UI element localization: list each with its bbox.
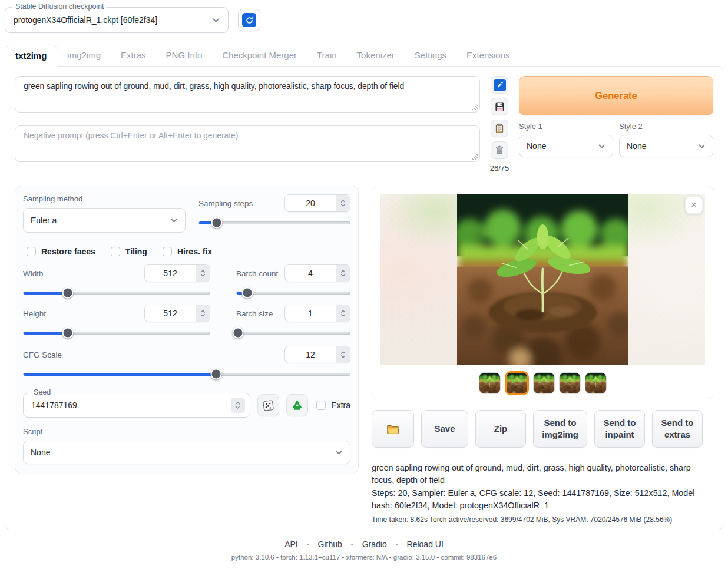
send-to-inpaint-button[interactable]: Send to inpaint	[594, 410, 645, 448]
slider-thumb[interactable]	[62, 327, 74, 339]
cfg-scale-input[interactable]: 12	[284, 346, 350, 363]
slider-thumb[interactable]	[242, 287, 253, 299]
width-input[interactable]: 512	[144, 264, 210, 282]
read-generation-params-button[interactable]	[491, 76, 508, 94]
prompt-column: green sapling rowing out of ground, mud,…	[15, 76, 480, 173]
cfg-scale-slider[interactable]	[23, 369, 350, 380]
generation-info: green sapling rowing out of ground, mud,…	[372, 462, 713, 530]
thumbnail-4[interactable]	[559, 372, 581, 394]
seed-input[interactable]: Seed 1441787169	[23, 393, 250, 418]
trash-icon	[494, 145, 505, 156]
resize-grip-icon[interactable]	[471, 104, 478, 110]
tab-settings[interactable]: Settings	[405, 45, 456, 66]
footer-link-gradio[interactable]: Gradio	[362, 540, 387, 549]
tab-img2img[interactable]: img2img	[57, 45, 111, 66]
reuse-seed-button[interactable]	[286, 394, 308, 416]
sampling-method-dropdown[interactable]: Euler a	[23, 208, 186, 233]
apply-style-button[interactable]	[491, 120, 508, 137]
thumbnail-5[interactable]	[585, 372, 607, 394]
style2-dropdown[interactable]: None	[619, 135, 713, 157]
height-label: Height	[23, 309, 46, 318]
checkpoint-label: Stable Diffusion checkpoint	[12, 2, 107, 11]
width-slider[interactable]	[23, 287, 210, 299]
prompt-input[interactable]: green sapling rowing out of ground, mud,…	[24, 82, 471, 107]
footer-link-github[interactable]: Github	[318, 540, 342, 549]
open-output-folder-button[interactable]	[372, 410, 414, 448]
tiling-checkbox[interactable]: Tiling	[111, 247, 147, 256]
tab-train[interactable]: Train	[307, 45, 347, 66]
slider-thumb[interactable]	[211, 217, 222, 229]
cfg-scale-label: CFG Scale	[23, 350, 62, 359]
batch-count-input[interactable]: 4	[284, 264, 350, 282]
checkbox-icon	[111, 247, 120, 256]
clipboard-icon	[494, 123, 505, 134]
batch-size-slider[interactable]	[236, 327, 350, 339]
slider-thumb[interactable]	[211, 369, 222, 380]
height-input[interactable]: 512	[144, 305, 210, 322]
tab-txt2img[interactable]: txt2img	[5, 45, 57, 67]
refresh-icon	[242, 13, 256, 27]
tab-checkpoint-merger[interactable]: Checkpoint Merger	[212, 45, 307, 66]
batch-size-input[interactable]: 1	[284, 305, 350, 322]
sampling-steps-input[interactable]: 20	[284, 194, 350, 212]
thumbnail-2-selected[interactable]	[505, 371, 529, 395]
spinner-icon[interactable]	[196, 265, 210, 282]
spinner-icon[interactable]	[336, 195, 350, 211]
style1-value: None	[527, 141, 546, 151]
gallery-backdrop-right	[628, 194, 706, 365]
thumbnail-strip	[380, 371, 705, 395]
hires-fix-checkbox[interactable]: Hires. fix	[163, 247, 212, 256]
recycle-icon	[291, 399, 303, 412]
batch-count-slider[interactable]	[236, 287, 350, 299]
clear-prompt-button[interactable]	[491, 141, 508, 159]
seed-label: Seed	[31, 388, 54, 396]
height-slider[interactable]	[23, 327, 210, 339]
negative-prompt-input[interactable]	[24, 131, 471, 156]
footer-link-api[interactable]: API	[284, 540, 298, 549]
thumbnail-3[interactable]	[533, 372, 555, 394]
generated-image[interactable]	[457, 194, 628, 365]
generate-button[interactable]: Generate	[519, 76, 713, 115]
slider-thumb[interactable]	[232, 327, 243, 339]
thumbnail-1[interactable]	[479, 372, 501, 394]
zip-button[interactable]: Zip	[475, 410, 526, 448]
pen-icon	[494, 79, 506, 91]
checkpoint-dropdown[interactable]: Stable Diffusion checkpoint protogenX34O…	[5, 7, 229, 33]
checkpoint-value: protogenX34OfficialR_1.ckpt [60fe2f34]	[14, 15, 157, 25]
result-gallery: ×	[372, 186, 713, 399]
send-to-extras-button[interactable]: Send to extras	[652, 410, 703, 448]
save-style-button[interactable]	[491, 98, 508, 115]
slider-thumb[interactable]	[62, 287, 74, 299]
spinner-icon[interactable]	[336, 265, 350, 282]
tab-extras[interactable]: Extras	[111, 45, 156, 66]
random-seed-button[interactable]	[257, 394, 279, 416]
restore-faces-checkbox[interactable]: Restore faces	[27, 247, 95, 256]
style1-label: Style 1	[519, 122, 613, 131]
refresh-checkpoint-button[interactable]	[238, 9, 260, 31]
tab-extensions[interactable]: Extensions	[456, 45, 519, 66]
checkpoint-row: Stable Diffusion checkpoint protogenX34O…	[0, 0, 728, 33]
tab-tokenizer[interactable]: Tokenizer	[347, 45, 405, 66]
footer-link-reload-ui[interactable]: Reload UI	[407, 540, 444, 549]
style2-value: None	[627, 141, 646, 151]
spinner-icon[interactable]	[336, 305, 350, 322]
script-dropdown[interactable]: None	[23, 441, 350, 464]
batch-size-label: Batch size	[236, 309, 273, 318]
chevron-down-icon	[335, 449, 343, 456]
tab-png-info[interactable]: PNG Info	[156, 45, 213, 66]
extra-seed-checkbox[interactable]: Extra	[316, 401, 350, 410]
chevron-down-icon	[598, 143, 605, 150]
spinner-icon[interactable]	[196, 305, 210, 322]
output-actions: Save Zip Send to img2img Send to inpaint…	[372, 410, 713, 448]
style1-dropdown[interactable]: None	[519, 135, 613, 157]
resize-grip-icon[interactable]	[471, 153, 478, 160]
sampling-method-value: Euler a	[31, 216, 57, 225]
generate-column: Generate Style 1 None Style 2 None	[519, 76, 713, 173]
sampling-steps-slider[interactable]	[198, 217, 350, 229]
close-gallery-button[interactable]: ×	[685, 196, 703, 214]
send-to-img2img-button[interactable]: Send to img2img	[533, 410, 587, 448]
spinner-icon[interactable]	[231, 398, 245, 413]
info-prompt-text: green sapling rowing out of ground, mud,…	[372, 462, 713, 487]
spinner-icon[interactable]	[336, 346, 350, 363]
save-button[interactable]: Save	[421, 410, 468, 448]
